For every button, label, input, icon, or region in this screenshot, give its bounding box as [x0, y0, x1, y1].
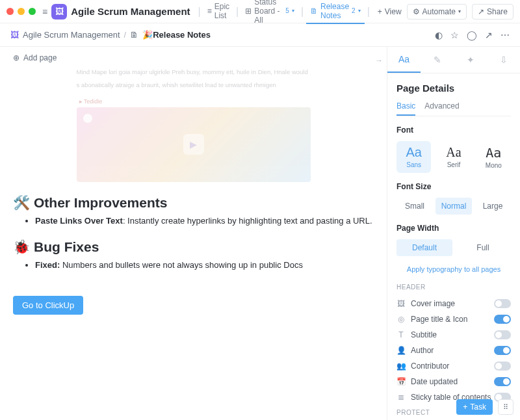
workspace-icon: 🖼: [51, 4, 67, 20]
youtube-label: ▸ Tedidie: [77, 98, 103, 105]
pagewidth-default[interactable]: Default: [396, 239, 452, 256]
section-heading-bugfixes: 🐞 Bug Fixes: [13, 239, 374, 255]
row-label: Cover image: [411, 299, 455, 308]
play-icon: ▶: [183, 134, 204, 155]
automate-button[interactable]: ⚙ Automate ▾: [407, 4, 467, 20]
menu-icon[interactable]: ≡: [42, 7, 47, 17]
more-icon[interactable]: ⋯: [500, 30, 510, 40]
bug-icon: 🐞: [13, 239, 30, 255]
header-option-row: 🖼 Cover image: [396, 296, 511, 311]
row-label: Date updated: [411, 377, 458, 386]
breadcrumb-root[interactable]: Agile Scrum Management: [23, 30, 120, 40]
header-option-row: 👥 Contributor: [396, 358, 511, 374]
mac-window-dots: [6, 8, 36, 15]
tab-count: 5: [285, 7, 289, 14]
heading-text: Other Improvements: [34, 195, 167, 211]
row-label: Subtitle: [411, 330, 437, 339]
share-button[interactable]: ↗ Share: [472, 4, 514, 20]
add-page-label: Add page: [23, 53, 57, 62]
add-page-button[interactable]: ⊕ Add page: [13, 53, 374, 62]
side-tab-export[interactable]: ⇩: [487, 47, 520, 73]
breadcrumb-separator: /: [124, 30, 127, 40]
font-label: Font: [396, 125, 511, 135]
breadcrumb: 🖼 Agile Scrum Management / 🗎 🎉Release No…: [10, 30, 211, 40]
apps-grid-button[interactable]: ⠿: [498, 399, 514, 415]
workspace-title: Agile Scrum Management: [71, 6, 190, 17]
side-tab-ai[interactable]: ✦: [454, 47, 487, 73]
row-icon: 👥: [396, 361, 406, 371]
fontsize-label: Font Size: [396, 182, 511, 191]
row-icon: ◎: [396, 315, 406, 324]
tab-release-notes[interactable]: 🗎 Release Notes 2 ▾: [306, 0, 365, 24]
chevron-down-icon: ▾: [458, 8, 461, 14]
header-option-row: T Subtitle: [396, 327, 511, 343]
list-item: Paste Links Over Text: Instantly create …: [35, 215, 374, 228]
sidebar-title: Page Details: [396, 83, 511, 94]
plus-icon: +: [378, 7, 382, 16]
tab-epic-list[interactable]: ≡ Epic List: [203, 0, 233, 24]
row-icon: 📅: [396, 377, 406, 386]
section-heading-improvements: 🛠️ Other Improvements: [13, 195, 374, 211]
video-thumbnail[interactable]: ▶: [77, 107, 311, 182]
ghost-text-line: Mind Mape lori goia major ulgirkile Preh…: [77, 68, 311, 77]
sub-tab-basic[interactable]: Basic: [396, 101, 415, 116]
row-icon: 👤: [396, 346, 406, 355]
comment-icon[interactable]: ◯: [467, 30, 477, 40]
automate-label: Automate: [422, 7, 456, 16]
side-tab-typography[interactable]: Aa: [387, 47, 421, 73]
add-view-button[interactable]: + View: [372, 5, 407, 19]
tools-icon: 🛠️: [13, 195, 30, 211]
maximize-window-dot[interactable]: [29, 8, 36, 15]
toggle-switch[interactable]: [494, 346, 511, 355]
row-label: Author: [411, 346, 434, 355]
plus-icon: +: [463, 402, 467, 412]
header-section-label: HEADER: [396, 283, 511, 291]
list-icon: ≡: [207, 7, 212, 16]
close-window-dot[interactable]: [6, 8, 14, 15]
apply-typography-link[interactable]: Apply typography to all pages: [396, 265, 511, 273]
header-option-row: 👤 Author: [396, 343, 511, 358]
link-icon[interactable]: ↗: [485, 30, 493, 40]
toggle-switch[interactable]: [494, 299, 511, 308]
toggle-switch[interactable]: [494, 361, 511, 371]
star-icon[interactable]: ☆: [450, 30, 459, 40]
chevron-down-icon[interactable]: ▾: [358, 8, 361, 14]
doc-icon: 🗎: [310, 7, 318, 16]
fontsize-normal[interactable]: Normal: [436, 198, 472, 215]
font-option-sans[interactable]: Aa Sans: [396, 141, 431, 173]
ghost-text-line: s abonatically atraige a braurit, whish …: [77, 81, 311, 90]
row-label: Contributor: [411, 361, 449, 371]
toggle-switch[interactable]: [494, 315, 511, 324]
font-option-mono[interactable]: Aa Mono: [476, 141, 511, 173]
fontsize-large[interactable]: Large: [474, 198, 511, 215]
row-icon: T: [396, 330, 406, 339]
minimize-window-dot[interactable]: [18, 8, 25, 15]
row-icon: 🖼: [396, 299, 406, 308]
tab-label: Status Board - All: [254, 0, 283, 25]
fontsize-small[interactable]: Small: [396, 198, 433, 215]
sub-tab-advanced[interactable]: Advanced: [424, 101, 459, 116]
heading-text: Bug Fixes: [34, 239, 99, 255]
collapse-sidebar-icon[interactable]: →: [375, 56, 383, 65]
theme-icon[interactable]: ◐: [435, 30, 443, 40]
tab-label: Release Notes: [320, 2, 349, 20]
toggle-switch[interactable]: [494, 330, 511, 339]
share-label: Share: [487, 7, 508, 16]
header-option-row: ◎ Page title & Icon: [396, 311, 511, 327]
list-item: Fixed: Numbers and bullets were not alwa…: [35, 259, 374, 272]
new-task-button[interactable]: + Task: [456, 399, 493, 415]
chevron-down-icon[interactable]: ▾: [292, 8, 294, 14]
doc-icon: 🗎: [130, 30, 138, 40]
go-to-clickup-button[interactable]: Go to ClickUp: [13, 296, 83, 315]
share-icon: ↗: [478, 7, 484, 16]
board-icon: ⊞: [245, 7, 252, 16]
doc-icon: 🖼: [10, 30, 19, 40]
toggle-switch[interactable]: [494, 377, 511, 386]
tab-status-board[interactable]: ⊞ Status Board - All 5 ▾: [241, 0, 298, 29]
tab-count: 2: [352, 7, 356, 14]
font-option-serif[interactable]: Aa Serif: [436, 141, 471, 173]
tab-label: Epic List: [214, 2, 229, 20]
pagewidth-label: Page Width: [396, 224, 511, 233]
pagewidth-full[interactable]: Full: [455, 239, 511, 256]
side-tab-settings[interactable]: ✎: [421, 47, 454, 73]
